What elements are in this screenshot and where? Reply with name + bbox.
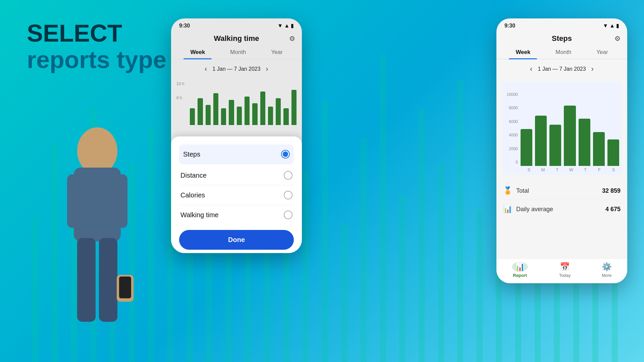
svg-point-0 (77, 127, 117, 174)
status-bar-right: 9:30 ▼ ▲ ▮ (496, 18, 627, 32)
filter-icon-right[interactable]: ⚙ (614, 35, 621, 43)
prev-date-right[interactable]: ‹ (530, 65, 532, 73)
chart-icon: 📊 (503, 205, 512, 214)
nav-today[interactable]: 📅 Today (559, 262, 571, 278)
phone-title-right: Steps (552, 34, 572, 43)
wifi-icon: ▼ (277, 23, 283, 29)
hero-title-line2: reports type (27, 47, 166, 73)
y-8000: 8000 (504, 106, 518, 110)
date-text-left: 1 Jan — 7 Jan 2023 (212, 66, 260, 72)
more-nav-label: More (602, 273, 612, 278)
chart-area-left: 10 h 8 h (171, 79, 302, 129)
status-icons-left: ▼ ▲ ▮ (277, 22, 294, 29)
modal-label-steps: Steps (183, 150, 200, 158)
bar-r5 (579, 119, 590, 166)
modal-item-steps[interactable]: Steps (179, 144, 294, 164)
bar-r1 (521, 129, 532, 166)
date-range-right: ‹ 1 Jan — 7 Jan 2023 › (496, 59, 627, 79)
radio-inner-steps (283, 152, 288, 157)
y-2000: 2000 (504, 146, 518, 151)
y-label-10h: 10 h (176, 81, 184, 86)
trophy-icon: 🏅 (503, 186, 512, 195)
modal-item-walking[interactable]: Walking time (179, 205, 294, 225)
svg-rect-2 (67, 174, 77, 228)
person-image (27, 94, 168, 362)
signal-icon: ▲ (284, 23, 289, 29)
tab-month-left[interactable]: Month (223, 46, 253, 59)
tabs-right: Week Month Year (496, 44, 627, 59)
radio-steps[interactable] (281, 150, 290, 159)
bar-r7 (607, 139, 619, 166)
stat-avg-left: 📊 Daily average (503, 205, 553, 214)
y-6000: 6000 (504, 119, 518, 124)
today-nav-icon: 📅 (560, 262, 570, 272)
modal-item-distance[interactable]: Distance (179, 166, 294, 185)
wifi-icon-right: ▼ (603, 23, 608, 29)
tabs-left: Week Month Year (171, 44, 302, 59)
bar-1 (190, 108, 195, 125)
phone-header-left: Walking time ⚙ (171, 32, 302, 44)
battery-icon: ▮ (291, 22, 294, 29)
tab-year-left[interactable]: Year (264, 46, 289, 59)
y-label-8h: 8 h (176, 96, 184, 100)
chart-area-right: 10000 8000 6000 4000 2000 0 (504, 85, 619, 166)
tab-month-right[interactable]: Month (549, 46, 578, 59)
radio-walking[interactable] (284, 210, 292, 219)
next-date-right[interactable]: › (591, 65, 594, 73)
filter-icon-left[interactable]: ⚙ (289, 35, 295, 43)
svg-rect-7 (119, 277, 131, 298)
bar-2 (198, 98, 203, 125)
report-type-modal: Steps Distance Calories Walking time Don… (171, 136, 302, 253)
status-time-right: 9:30 (504, 23, 515, 29)
y-labels-left: 10 h 8 h (176, 81, 184, 100)
bar-9 (252, 103, 257, 125)
phone-title-left: Walking time (214, 34, 259, 43)
bar-8 (245, 97, 250, 125)
stats-section: 🏅 Total 32 859 📊 Daily average 4 675 (496, 178, 627, 223)
more-nav-icon: ⚙️ (602, 262, 612, 272)
bar-4 (213, 93, 218, 125)
x-t2: T (580, 167, 591, 172)
next-date-left[interactable]: › (266, 65, 268, 73)
bar-10 (260, 92, 265, 125)
modal-item-calories[interactable]: Calories (179, 185, 294, 205)
hero-text: SELECT reports type (27, 20, 166, 73)
status-icons-right: ▼ ▲ ▮ (603, 22, 619, 29)
bottom-nav: 📊 Report 📅 Today ⚙️ More (496, 258, 627, 283)
phone-left: 9:30 ▼ ▲ ▮ Walking time ⚙ Week Month Yea… (171, 18, 302, 253)
x-m: M (537, 167, 549, 172)
signal-icon-right: ▲ (609, 23, 615, 29)
avg-value: 4 675 (605, 206, 621, 213)
bar-r2 (535, 116, 547, 166)
tab-week-left[interactable]: Week (183, 46, 212, 59)
radio-distance[interactable] (284, 171, 292, 180)
y-0: 0 (504, 160, 518, 165)
modal-label-distance: Distance (180, 172, 207, 179)
bar-6 (229, 100, 234, 125)
tab-year-right[interactable]: Year (590, 46, 614, 59)
tab-week-right[interactable]: Week (509, 46, 537, 59)
done-button[interactable]: Done (179, 230, 294, 250)
svg-rect-4 (77, 238, 96, 322)
today-nav-label: Today (559, 273, 571, 278)
stat-total: 🏅 Total 32 859 (503, 182, 621, 200)
prev-date-left[interactable]: ‹ (205, 65, 207, 73)
bar-14 (291, 90, 297, 125)
nav-report[interactable]: 📊 Report (512, 262, 528, 278)
radio-calories[interactable] (284, 191, 292, 199)
bars-right (521, 92, 619, 166)
status-time-left: 9:30 (179, 23, 190, 29)
hero-title-line1: SELECT (27, 20, 166, 47)
bar-r6 (593, 132, 605, 166)
bar-7 (237, 107, 242, 125)
bar-3 (206, 105, 211, 125)
date-range-left: ‹ 1 Jan — 7 Jan 2023 › (171, 59, 302, 79)
modal-label-calories: Calories (180, 191, 205, 199)
svg-rect-5 (99, 238, 117, 322)
y-10000: 10000 (504, 92, 518, 97)
bar-r4 (564, 106, 576, 166)
phone-right: 9:30 ▼ ▲ ▮ Steps ⚙ Week Month Year ‹ 1 J… (496, 18, 627, 283)
nav-more[interactable]: ⚙️ More (602, 262, 612, 278)
x-labels-right: S M T W T F S (504, 166, 619, 172)
stat-total-left: 🏅 Total (503, 186, 529, 195)
